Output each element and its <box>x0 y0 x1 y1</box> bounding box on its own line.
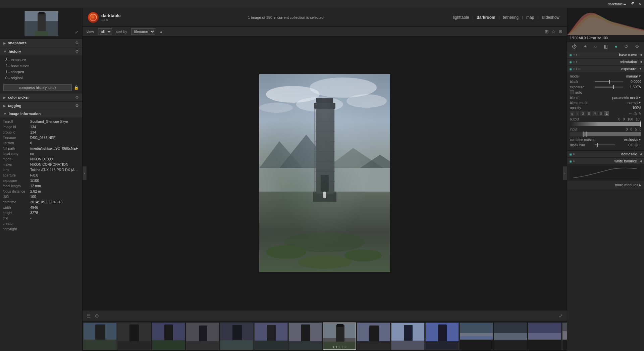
history-item-original[interactable]: 0 - original <box>0 75 82 81</box>
filmstrip-thumb-9[interactable] <box>391 322 425 350</box>
tab-H[interactable]: H <box>592 111 597 116</box>
image-info-header[interactable]: ▼ image information <box>0 110 82 117</box>
white-balance-header[interactable]: ◉ ≡ white balance ◀ <box>567 158 644 164</box>
orientation-preset[interactable]: ● <box>576 60 578 63</box>
tab-g-lower[interactable]: g <box>570 111 575 116</box>
hamburger-icon[interactable]: ☰ <box>87 313 91 318</box>
mask-blur-thumb[interactable] <box>597 143 598 147</box>
filmstrip-thumb-0[interactable] <box>83 322 117 350</box>
blend-mode-dd[interactable]: ▼ <box>638 101 641 104</box>
green-circle-icon[interactable]: ● <box>614 44 617 49</box>
circle-icon[interactable]: ○ <box>594 44 597 49</box>
mask-blur-eye[interactable]: ◎ <box>635 143 638 147</box>
color-picker-section[interactable]: ▶ color picker ⚙ <box>0 93 82 101</box>
exposure-slider-thumb[interactable] <box>613 85 614 89</box>
nav-map[interactable]: map <box>524 14 536 20</box>
gear-view-icon[interactable]: ⚙ <box>558 29 563 34</box>
thumbnail-expand-icon[interactable]: ⤢ <box>75 30 78 35</box>
sort-direction-icon[interactable]: ▲ <box>159 30 163 34</box>
history-item-sharpen[interactable]: 1 - sharpen <box>0 69 82 75</box>
tab-B[interactable]: B <box>587 111 592 116</box>
nav-tethering[interactable]: tethering <box>501 14 521 20</box>
demosaic-menu[interactable]: ≡ <box>573 153 575 156</box>
black-slider-thumb[interactable] <box>609 80 610 84</box>
orientation-menu[interactable]: ≡ <box>573 60 575 63</box>
grid-icon[interactable]: ⊞ <box>545 29 549 34</box>
filmstrip-thumb-5[interactable] <box>254 322 288 350</box>
exposure-toggle[interactable]: ◉ <box>569 67 572 71</box>
invert-icon[interactable]: ↔ <box>629 111 632 116</box>
exposure-preset[interactable]: ● <box>576 67 578 70</box>
filmstrip-thumb-13[interactable] <box>528 322 561 350</box>
tab-r[interactable]: r <box>576 111 579 116</box>
exposure-extra[interactable]: □ <box>579 67 580 70</box>
close-button[interactable]: ✕ <box>638 2 641 6</box>
combine-masks-dd[interactable]: ▼ <box>638 138 641 141</box>
tab-L[interactable]: L <box>604 111 609 116</box>
exposure-header[interactable]: ◉ ≡ ● □ exposure ▼ <box>567 65 644 72</box>
base-curve-preset[interactable]: ● <box>576 53 578 56</box>
history-settings-icon[interactable]: ⚙ <box>75 49 79 54</box>
filmstrip-thumb-8[interactable] <box>357 322 390 350</box>
settings-icon[interactable]: ⚙ <box>635 44 639 49</box>
white-balance-toggle[interactable]: ◉ <box>569 159 572 163</box>
base-curve-menu[interactable]: ≡ <box>573 53 575 56</box>
snapshots-settings-icon[interactable]: ⚙ <box>75 41 79 45</box>
tagging-settings-icon[interactable]: ⚙ <box>75 103 79 108</box>
history-header[interactable]: ▼ history ⚙ <box>0 47 82 55</box>
input-slider[interactable]: + <box>570 132 641 136</box>
base-curve-header[interactable]: ◉ ≡ ● base curve ◀ <box>567 51 644 58</box>
filmstrip-thumb-7-active[interactable]: ★ ★ ☆ ☆ ☆ <box>323 322 356 350</box>
orientation-header[interactable]: ◉ ≡ ● orientation ◀ <box>567 58 644 65</box>
more-modules-button[interactable]: more modules ▸ <box>567 181 644 189</box>
auto-checkbox[interactable] <box>570 90 574 94</box>
power-icon[interactable]: ⏻ <box>572 44 577 49</box>
base-curve-toggle[interactable]: ◉ <box>569 53 572 57</box>
filmstrip-thumb-3[interactable] <box>186 322 219 350</box>
snapshots-section[interactable]: ▶ snapshots ⚙ <box>0 39 82 47</box>
input-slider-thumb-left[interactable] <box>583 132 584 137</box>
filmstrip-thumb-11[interactable] <box>460 322 493 350</box>
exposure-menu[interactable]: ≡ <box>573 67 575 70</box>
edit-icon[interactable]: ✎ <box>638 111 641 116</box>
filmstrip-thumb-6[interactable] <box>288 322 322 350</box>
filmstrip-thumb-1[interactable] <box>117 322 151 350</box>
nav-slideshow[interactable]: slideshow <box>540 14 561 20</box>
filmstrip-thumb-12[interactable] <box>494 322 527 350</box>
output-slider[interactable]: + <box>570 122 641 126</box>
sort-select[interactable]: filename <box>131 28 155 35</box>
minimize-button[interactable]: 🗕 <box>623 2 627 6</box>
demosaic-toggle[interactable]: ◉ <box>569 152 572 156</box>
filmstrip-thumb-14[interactable] <box>562 322 567 350</box>
eye-icon[interactable]: ◎ <box>634 111 637 116</box>
nav-lighttable[interactable]: lighttable <box>451 14 471 20</box>
filmstrip-thumb-4[interactable] <box>220 322 254 350</box>
filmstrip-thumb-10[interactable] <box>425 322 459 350</box>
blend-dd[interactable]: ▼ <box>638 96 641 99</box>
input-slider-thumb-right[interactable] <box>586 132 587 137</box>
demosaic-header[interactable]: ◉ ≡ demosaic ◀ <box>567 151 644 157</box>
star-icon[interactable]: ☆ <box>551 29 556 34</box>
presets-icon[interactable]: ✦ <box>583 44 587 49</box>
compress-history-button[interactable]: compress history stack <box>3 84 72 91</box>
tagging-section[interactable]: ▶ tagging ⚙ <box>0 101 82 110</box>
exposure-arrow[interactable]: ▼ <box>639 67 642 70</box>
square-icon[interactable]: ◧ <box>603 44 608 49</box>
filmstrip-thumb-2[interactable] <box>152 322 185 350</box>
view-select[interactable]: all <box>98 28 112 35</box>
history-item-exposure[interactable]: 3 - exposure <box>0 57 82 63</box>
demosaic-arrow[interactable]: ◀ <box>640 152 642 156</box>
output-slider-thumb-right[interactable] <box>640 121 641 127</box>
tab-S[interactable]: S <box>599 111 604 116</box>
right-collapse-button[interactable]: › <box>563 166 567 180</box>
exposure-mode-dd[interactable]: ▼ <box>638 74 641 78</box>
output-add-icon[interactable]: + <box>638 122 640 126</box>
mask-blur-track[interactable] <box>595 144 615 145</box>
orientation-toggle[interactable]: ◉ <box>569 60 572 64</box>
black-slider-track[interactable] <box>595 81 623 82</box>
history-item-basecurve[interactable]: 2 - base curve <box>0 63 82 69</box>
left-collapse-button[interactable]: ‹ <box>83 166 87 180</box>
refresh-icon[interactable]: ↺ <box>624 44 628 49</box>
input-add-icon[interactable]: + <box>638 132 640 136</box>
exposure-slider-track[interactable] <box>595 87 623 88</box>
